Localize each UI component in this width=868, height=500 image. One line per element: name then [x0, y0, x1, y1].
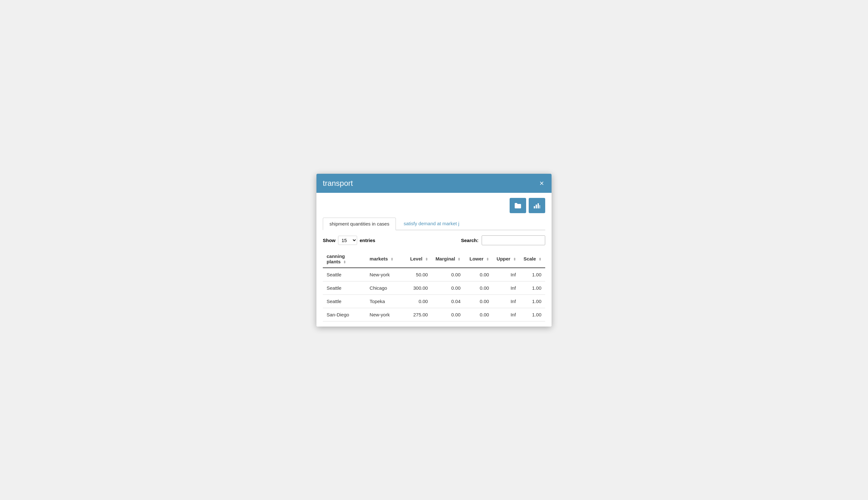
modal-container: transport × shipment quan — [317, 174, 551, 327]
show-entries-group: Show 10 15 25 50 100 entries — [323, 236, 375, 245]
svg-rect-3 — [539, 205, 540, 208]
search-input[interactable] — [482, 235, 545, 245]
cell-lower: 0.00 — [464, 295, 493, 308]
modal-title: transport — [323, 179, 353, 188]
col-header-scale[interactable]: Scale ⇕ — [520, 250, 545, 268]
cell-marginal: 0.00 — [432, 308, 465, 321]
entries-label: entries — [359, 238, 375, 243]
svg-rect-0 — [534, 206, 535, 208]
cell-marginal: 0.04 — [432, 295, 465, 308]
table-body: SeattleNew-york50.000.000.00Inf1.00Seatt… — [323, 268, 545, 321]
col-header-upper[interactable]: Upper ⇕ — [493, 250, 520, 268]
modal-body: shipment quantities in cases satisfy dem… — [317, 193, 551, 327]
sort-icon-level: ⇕ — [425, 257, 428, 261]
cell-markets: Chicago — [366, 281, 403, 295]
cell-upper: Inf — [493, 295, 520, 308]
search-label: Search: — [461, 238, 479, 243]
cell-markets: New-york — [366, 308, 403, 321]
cell-level: 300.00 — [403, 281, 432, 295]
cell-canning_plants: Seattle — [323, 281, 366, 295]
table-row: SeattleChicago300.000.000.00Inf1.00 — [323, 281, 545, 295]
cell-markets: New-york — [366, 268, 403, 282]
tabs-row: shipment quantities in cases satisfy dem… — [323, 217, 545, 230]
table-row: San-DiegoNew-york275.000.000.00Inf1.00 — [323, 308, 545, 321]
col-header-markets[interactable]: markets ⇕ — [366, 250, 403, 268]
col-header-level[interactable]: Level ⇕ — [403, 250, 432, 268]
cell-canning_plants: Seattle — [323, 268, 366, 282]
sort-icon-lower: ⇕ — [486, 257, 489, 261]
col-header-marginal[interactable]: Marginal ⇕ — [432, 250, 465, 268]
show-label: Show — [323, 238, 335, 243]
col-header-lower[interactable]: Lower ⇕ — [464, 250, 493, 268]
chart-icon — [533, 202, 541, 209]
cell-marginal: 0.00 — [432, 281, 465, 295]
cell-upper: Inf — [493, 268, 520, 282]
sort-icon-canning: ⇕ — [343, 260, 346, 264]
cell-scale: 1.00 — [520, 295, 545, 308]
cell-scale: 1.00 — [520, 308, 545, 321]
svg-rect-1 — [536, 205, 537, 208]
entries-select[interactable]: 10 15 25 50 100 — [338, 236, 357, 245]
sort-icon-upper: ⇕ — [513, 257, 516, 261]
cell-lower: 0.00 — [464, 308, 493, 321]
cell-level: 50.00 — [403, 268, 432, 282]
chart-button[interactable] — [529, 198, 545, 213]
cell-lower: 0.00 — [464, 268, 493, 282]
table-row: SeattleTopeka0.000.040.00Inf1.00 — [323, 295, 545, 308]
cell-scale: 1.00 — [520, 268, 545, 282]
cell-level: 275.00 — [403, 308, 432, 321]
col-header-canning-plants[interactable]: canningplants ⇕ — [323, 250, 366, 268]
cell-scale: 1.00 — [520, 281, 545, 295]
cell-upper: Inf — [493, 281, 520, 295]
close-button[interactable]: × — [538, 180, 545, 187]
cell-upper: Inf — [493, 308, 520, 321]
controls-row: Show 10 15 25 50 100 entries Search: — [323, 235, 545, 245]
cell-markets: Topeka — [366, 295, 403, 308]
table-header: canningplants ⇕ markets ⇕ Level ⇕ Margin… — [323, 250, 545, 268]
data-table: canningplants ⇕ markets ⇕ Level ⇕ Margin… — [323, 250, 545, 321]
modal-header: transport × — [317, 174, 551, 193]
svg-rect-2 — [538, 203, 539, 208]
folder-icon — [514, 202, 522, 209]
cell-canning_plants: San-Diego — [323, 308, 366, 321]
folder-button[interactable] — [510, 198, 526, 213]
sort-icon-marginal: ⇕ — [457, 257, 460, 261]
tab-shipment-quantities[interactable]: shipment quantities in cases — [323, 218, 396, 230]
cell-lower: 0.00 — [464, 281, 493, 295]
sort-icon-markets: ⇕ — [390, 257, 393, 261]
cell-level: 0.00 — [403, 295, 432, 308]
table-row: SeattleNew-york50.000.000.00Inf1.00 — [323, 268, 545, 282]
cell-canning_plants: Seattle — [323, 295, 366, 308]
search-group: Search: — [461, 235, 545, 245]
toolbar — [323, 198, 545, 213]
tab-satisfy-demand[interactable]: satisfy demand at market j — [397, 218, 466, 230]
cell-marginal: 0.00 — [432, 268, 465, 282]
sort-icon-scale: ⇕ — [538, 257, 541, 261]
